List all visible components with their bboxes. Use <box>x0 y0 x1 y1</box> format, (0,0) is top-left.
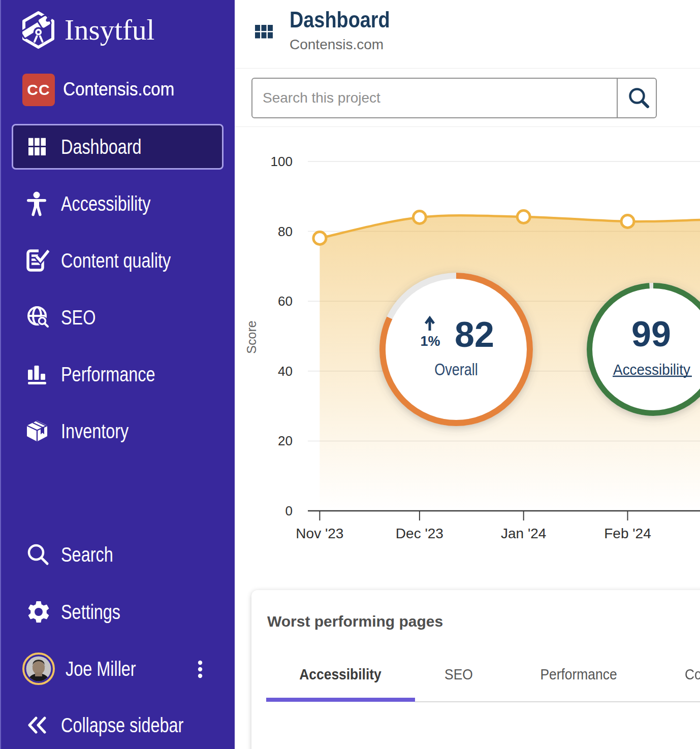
svg-text:80: 80 <box>278 224 293 239</box>
svg-text:82: 82 <box>455 315 494 354</box>
svg-text:Feb '24: Feb '24 <box>604 526 651 541</box>
svg-text:Overall: Overall <box>434 360 478 378</box>
svg-text:1%: 1% <box>420 334 440 349</box>
svg-text:Dec '23: Dec '23 <box>396 526 443 541</box>
svg-text:Accessibility: Accessibility <box>613 361 690 378</box>
svg-text:40: 40 <box>278 364 293 379</box>
svg-text:20: 20 <box>278 433 293 448</box>
svg-text:Nov '23: Nov '23 <box>296 526 343 541</box>
svg-text:Jan '24: Jan '24 <box>501 526 546 541</box>
svg-text:Score: Score <box>244 320 259 353</box>
svg-text:60: 60 <box>278 294 293 309</box>
svg-text:0: 0 <box>285 503 293 518</box>
svg-text:99: 99 <box>631 314 671 354</box>
svg-text:100: 100 <box>271 154 293 169</box>
